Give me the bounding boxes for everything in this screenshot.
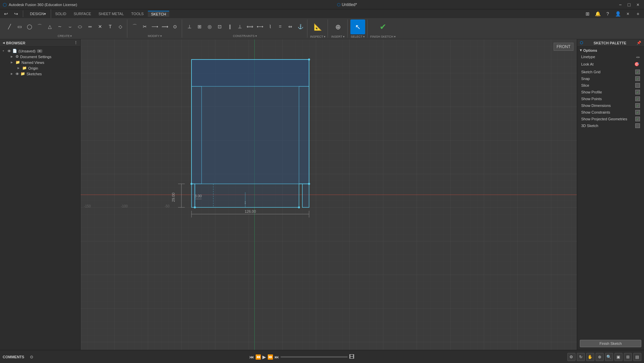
equal-tool[interactable]: = [275,22,285,31]
select-btn[interactable]: ↖ [350,19,365,34]
browser-collapse-icon[interactable]: ◂ [3,41,5,45]
tab-sheetmetal[interactable]: SHEET METAL [95,11,127,16]
vert-tool[interactable]: ⟷ [255,22,265,31]
text-tool[interactable]: T [105,22,115,31]
break-tool[interactable]: ⟿ [160,22,170,31]
concentric-tool[interactable]: ◎ [205,22,214,31]
svg-text:126.00: 126.00 [245,209,256,213]
grid-toggle[interactable]: ⊞ [583,9,592,18]
offset-tool[interactable]: ⊙ [170,22,180,31]
fillet-tool[interactable]: ⌒ [130,22,139,31]
extend-tool[interactable]: ⟶ [150,22,160,31]
svg-point-6 [308,58,310,61]
fix-tool[interactable]: ⚓ [296,22,305,31]
tree-item-docsettings[interactable]: ▶ ⚙ Document Settings [0,54,80,59]
3dsketch-checkbox[interactable] [635,123,640,128]
sketches-eye-icon[interactable]: 👁 [15,72,19,76]
display-settings-btn[interactable]: ⚙ [567,353,575,361]
lookat-btn[interactable]: 🎯 [633,61,640,68]
point-tool[interactable]: ✕ [95,22,105,31]
maximize-button[interactable]: □ [626,1,632,8]
linetype-prev-icon[interactable]: ◂ [636,55,638,59]
viewport[interactable]: 126.00 29.00 3.00 ↕ -150 -100 -50 FRONT [81,39,577,350]
orbit-btn[interactable]: ↻ [577,353,585,361]
polygon-tool[interactable]: △ [45,22,54,31]
palette-pin-icon[interactable]: 📌 [637,41,641,45]
showdimensions-checkbox[interactable] [635,103,640,108]
timeline-end-btn[interactable]: ⏭ [274,354,279,360]
browser-panel: ◂ BROWSER ⋮ ▾ 👁 📄 (Unsaved) ✕ ▶ ⚙ Docume… [0,39,81,350]
line-tool[interactable]: ╱ [5,22,14,31]
parallel-tool[interactable]: ∥ [225,22,234,31]
ellipse-tool[interactable]: ⬭ [75,22,85,31]
tab-sketch[interactable]: SKETCH [148,11,170,17]
main: ◂ BROWSER ⋮ ▾ 👁 📄 (Unsaved) ✕ ▶ ⚙ Docume… [0,39,644,350]
arc-tool[interactable]: ⌒ [35,22,44,31]
zoom-extents-btn[interactable]: ⊕ [596,353,604,361]
view-cube[interactable]: FRONT [554,43,573,51]
conic-tool[interactable]: ⌣ [65,22,75,31]
docsettings-icon: ⚙ [15,54,19,59]
svg-marker-5 [191,59,309,207]
timeline-start-btn[interactable]: ⏮ [249,354,254,360]
tab-solid[interactable]: SOLID [52,11,70,16]
slot-tool[interactable]: ═ [85,22,95,31]
timeline-icon[interactable]: 🎞 [349,354,354,360]
finish-sketch-toolbar-btn[interactable]: ✔ [376,19,390,34]
add-tab-btn[interactable]: + [633,9,643,18]
zoom-btn[interactable]: 🔍 [605,353,613,361]
comments-close-btn[interactable]: ⊙ [27,352,36,362]
palette-options-header[interactable]: ▾ Options [577,47,644,54]
horiz-tool[interactable]: ⟺ [245,22,255,31]
notification-btn[interactable]: 🔔 [593,9,602,18]
tree-item-namedviews[interactable]: ▶ 📁 Named Views [0,59,80,65]
help-btn[interactable]: ? [603,9,612,18]
linetype-next-icon[interactable]: ▸ [638,55,640,59]
view-mode-btn[interactable]: ▣ [614,353,622,361]
design-button[interactable]: DESIGN ▾ [28,9,48,18]
sym-tool[interactable]: ⇔ [286,22,295,31]
browser-options-icon[interactable]: ⋮ [74,41,78,45]
eye-icon[interactable]: 👁 [7,49,11,53]
perp-tool[interactable]: ⊥ [235,22,245,31]
palette-row-3dsketch: 3D Sketch [577,122,644,129]
app-icon: ⬡ [3,2,7,7]
minimize-button[interactable]: − [617,1,624,8]
tree-item-sketches[interactable]: ▶ 👁 📁 Sketches [0,71,80,77]
spline-tool[interactable]: ～ [55,22,65,31]
tree-item-origin[interactable]: ▶ 📁 Origin [0,65,80,71]
undo-button[interactable]: ↩ [1,9,11,18]
close-doc-btn[interactable]: × [623,9,633,18]
timeline-play-btn[interactable]: ▶ [262,354,266,360]
collinear-tool[interactable]: ⊞ [195,22,204,31]
inspect-btn[interactable]: 📐 [310,19,325,34]
circle-tool[interactable]: ◯ [25,22,34,31]
slice-checkbox[interactable] [635,83,640,88]
dim-tool[interactable]: ◇ [116,22,125,31]
tangent-tool[interactable]: ⌇ [265,22,275,31]
timeline-prev-btn[interactable]: ⏪ [255,354,261,360]
showprofile-checkbox[interactable] [635,90,640,94]
account-btn[interactable]: 👤 [613,9,622,18]
grid-mode-btn[interactable]: ⊞ [624,353,632,361]
showprojected-checkbox[interactable] [635,117,640,121]
tree-item-root[interactable]: ▾ 👁 📄 (Unsaved) ✕ [0,48,80,54]
redo-button[interactable]: ↪ [11,9,21,18]
origin-icon: 📁 [22,66,27,70]
showconstraints-checkbox[interactable] [635,110,640,115]
midpoint-tool[interactable]: ⊡ [215,22,224,31]
snap-checkbox[interactable] [635,76,640,81]
close-button[interactable]: × [635,1,641,8]
finish-sketch-palette-btn[interactable]: Finish Sketch [580,340,641,347]
tab-tools[interactable]: TOOLS [128,11,147,16]
sketchgrid-checkbox[interactable] [635,70,640,74]
coincident-tool[interactable]: ⊥ [185,22,194,31]
insert-btn[interactable]: ⊕ [331,19,345,34]
pan-btn[interactable]: ✋ [586,353,594,361]
display-mode-btn[interactable]: ▤ [633,353,641,361]
trim-tool[interactable]: ✂ [140,22,149,31]
timeline-next-btn[interactable]: ⏩ [267,354,273,360]
showpoints-checkbox[interactable] [635,96,640,101]
tab-surface[interactable]: SURFACE [70,11,94,16]
rect-tool[interactable]: ▭ [15,22,24,31]
